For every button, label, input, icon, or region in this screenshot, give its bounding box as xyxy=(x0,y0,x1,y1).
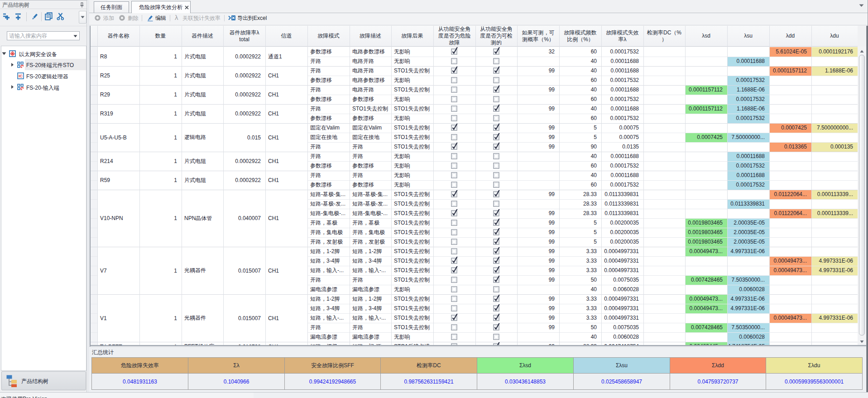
svg-text:IC: IC xyxy=(19,74,23,78)
